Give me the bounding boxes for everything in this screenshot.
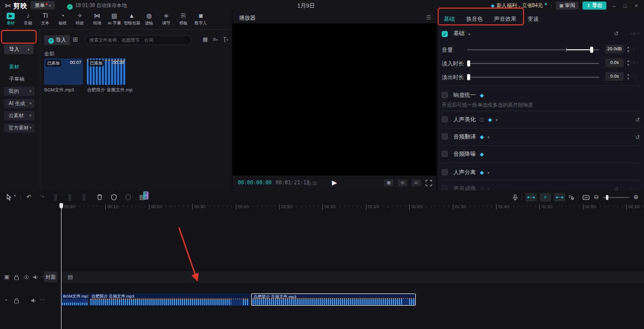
- review-button[interactable]: ▣审阅: [556, 2, 579, 10]
- collapse-icon[interactable]: ▴: [468, 31, 470, 36]
- screen-adapt-icon[interactable]: [582, 193, 590, 201]
- split-icon[interactable]: ][: [68, 193, 72, 201]
- reset-icon[interactable]: ↺: [614, 30, 619, 37]
- playhead[interactable]: [59, 203, 63, 329]
- audio-clip-voiceover-2-selected[interactable]: 合肥简介 音频文件.mp3: [251, 293, 416, 306]
- fade-out-value[interactable]: 0.0s: [605, 72, 624, 81]
- filter-icon[interactable]: Ʈ▾: [223, 36, 228, 43]
- window-maximize-button[interactable]: □: [622, 3, 629, 9]
- more-icon[interactable]: ⋯: [40, 297, 45, 303]
- ribbon-tab-audio[interactable]: ♪音频: [19, 12, 37, 28]
- zoom-out-icon[interactable]: ⊖: [594, 193, 599, 201]
- keyframe-controls[interactable]: ‹◇›: [630, 59, 640, 65]
- loudness-unify-checkbox[interactable]: [442, 92, 448, 98]
- focus-icon[interactable]: ◎: [398, 179, 407, 186]
- basic-section-checkbox[interactable]: ✓: [442, 31, 448, 37]
- split-right-icon[interactable]: ][: [82, 193, 86, 201]
- speaker-icon[interactable]: [33, 274, 39, 280]
- volume-slider[interactable]: [467, 49, 599, 50]
- grid-view-icon[interactable]: ▦: [202, 36, 207, 43]
- timeline-ruler[interactable]: 00:0000:1000:2000:3000:4000:5001:0001:10…: [61, 204, 644, 210]
- ribbon-tab-sticker[interactable]: ◔贴纸: [54, 12, 71, 28]
- sidebar-item-ai-generated[interactable]: AI 生成▾: [4, 99, 35, 108]
- mute-shield-icon[interactable]: [125, 193, 131, 201]
- fade-in-value[interactable]: 0.0s: [605, 58, 624, 67]
- audio-translate-checkbox[interactable]: [442, 134, 448, 140]
- player-menu-icon[interactable]: ☰: [426, 14, 431, 21]
- ribbon-tab-filters[interactable]: ◍滤镜: [140, 12, 158, 28]
- export-button[interactable]: ↥导出: [582, 2, 606, 10]
- keyframe-controls[interactable]: ‹◇›: [630, 30, 640, 36]
- import-media-button[interactable]: +导入: [44, 35, 70, 45]
- ribbon-tab-effects[interactable]: ✧特效: [71, 12, 88, 28]
- reset-icon[interactable]: ↺: [635, 117, 640, 123]
- magnet-snap-toggle[interactable]: ●─●: [526, 193, 537, 202]
- cover-button[interactable]: 封面: [44, 272, 57, 282]
- fullscreen-icon[interactable]: [425, 179, 432, 186]
- caption-recognition-icon[interactable]: ▤双语: [139, 193, 145, 201]
- timecode-options-icon[interactable]: ▤▤: [306, 180, 318, 186]
- tab-sound-effects[interactable]: 声音效果: [494, 13, 516, 25]
- ribbon-tab-adjust[interactable]: ≑调节: [158, 12, 175, 28]
- eye-icon[interactable]: [23, 274, 29, 280]
- chevron-down-icon[interactable]: ▾: [487, 135, 489, 140]
- fade-in-slider[interactable]: [467, 63, 599, 64]
- vocal-separate-checkbox[interactable]: [442, 169, 448, 175]
- ribbon-tab-smart-pack[interactable]: ▲智能包装: [123, 12, 140, 28]
- player-viewport[interactable]: [233, 23, 436, 176]
- audio-clip-bgm[interactable]: BGM文件.mp3: [61, 293, 88, 306]
- sidebar-item-sub-draft[interactable]: 子草稿: [9, 76, 24, 83]
- ratio-icon[interactable]: ▭: [412, 179, 421, 186]
- ribbon-tab-templates[interactable]: ⎘模板: [175, 12, 192, 28]
- search-input[interactable]: [85, 35, 192, 45]
- media-card-bgm[interactable]: 已添加 00:07 BGM文件.mp3: [44, 58, 90, 93]
- main-track-magnet-icon[interactable]: [568, 193, 575, 201]
- sort-icon[interactable]: ≡▾: [213, 36, 218, 43]
- keyframe-controls[interactable]: ‹◇›: [630, 73, 640, 79]
- ribbon-tab-ai-captions[interactable]: ▤AI 字幕: [106, 12, 123, 28]
- fade-in-slider-handle[interactable]: [467, 60, 470, 67]
- select-tool-icon[interactable]: [6, 193, 12, 201]
- fade-out-slider-handle[interactable]: [467, 74, 470, 80]
- ribbon-tab-digital-human[interactable]: ◙数字人: [192, 12, 209, 28]
- sidebar-item-official-assets[interactable]: 官方素材▾: [4, 123, 35, 133]
- audio-clip-voiceover-1[interactable]: 合肥简介 音频文件.mp3: [89, 293, 250, 306]
- import-grid-icon[interactable]: ⊞: [73, 36, 78, 43]
- sidebar-item-media[interactable]: 素材: [9, 63, 19, 71]
- menu-button[interactable]: 菜单▾: [30, 1, 55, 10]
- fade-out-slider[interactable]: [467, 77, 599, 78]
- reset-icon[interactable]: ↺: [635, 134, 640, 141]
- vip-promo[interactable]: ◆新人福利，立省84元: [491, 2, 547, 9]
- undo-icon[interactable]: ↶: [26, 193, 32, 201]
- split-left-icon[interactable]: ][: [54, 193, 57, 201]
- preview-axis-toggle[interactable]: ●─●: [554, 193, 565, 202]
- timeline-zoom-slider[interactable]: [603, 197, 629, 198]
- keyframe-controls[interactable]: ‹◇›: [630, 46, 640, 51]
- freeze-icon[interactable]: [111, 193, 117, 201]
- chevron-down-icon[interactable]: ▾: [496, 118, 498, 122]
- sidebar-item-cloud-assets[interactable]: 云素材▾: [4, 111, 35, 120]
- audio-track-icon[interactable]: ◔: [4, 297, 8, 303]
- lock-icon[interactable]: [14, 297, 19, 304]
- tab-speed[interactable]: 变速: [528, 13, 539, 25]
- ribbon-tab-text[interactable]: TI文本: [37, 12, 54, 28]
- chevron-down-icon[interactable]: ▾: [487, 171, 489, 175]
- zoom-in-icon[interactable]: ⊕: [633, 193, 638, 201]
- volume-slider-handle[interactable]: [590, 47, 593, 53]
- ribbon-tab-media[interactable]: ▶素材: [2, 12, 19, 28]
- media-card-voiceover[interactable]: 已添加 00:38 合肥简介 音频文件.mp3: [87, 58, 133, 93]
- ribbon-tab-transitions[interactable]: ⋈转场: [88, 12, 106, 28]
- sidebar-item-mine[interactable]: 我的▾: [4, 87, 35, 96]
- window-close-button[interactable]: ×: [633, 3, 640, 9]
- sidebar-item-import[interactable]: 导入▴: [4, 44, 34, 54]
- linkage-toggle[interactable]: ✳: [540, 193, 551, 202]
- zoom-slider-handle[interactable]: [606, 195, 608, 200]
- tab-basic[interactable]: 基础: [444, 13, 455, 25]
- quality-icon[interactable]: ▦: [384, 179, 393, 186]
- window-minimize-button[interactable]: –: [610, 3, 618, 9]
- record-mic-icon[interactable]: [512, 193, 518, 201]
- vocal-beautify-checkbox[interactable]: [442, 116, 448, 122]
- play-button[interactable]: ▶: [332, 179, 337, 186]
- lock-icon[interactable]: [14, 274, 19, 280]
- main-video-track[interactable]: ▤: [61, 272, 644, 283]
